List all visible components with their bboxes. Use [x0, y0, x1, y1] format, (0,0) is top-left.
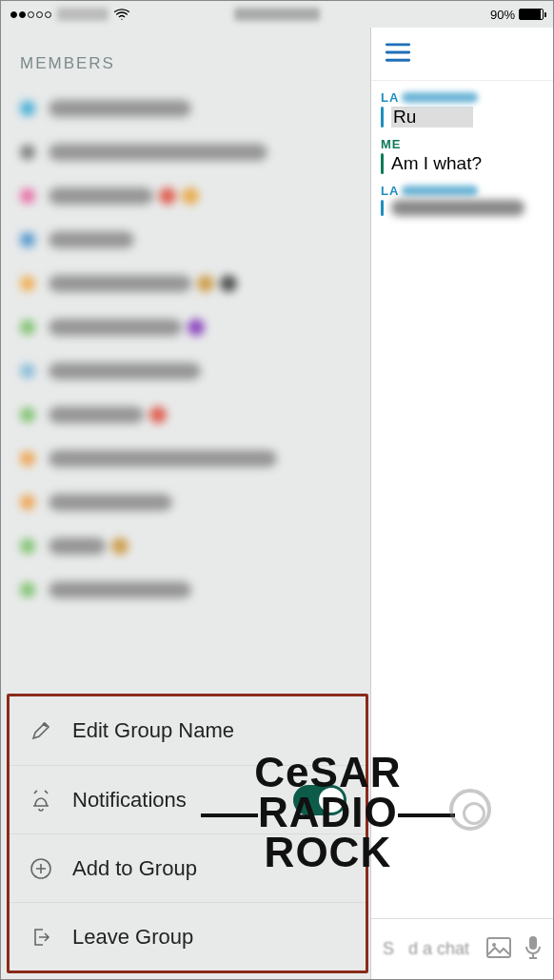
message: LA — [371, 180, 553, 222]
sender-label: LA — [381, 184, 544, 198]
leave-icon — [29, 925, 53, 950]
svg-rect-3 — [529, 936, 537, 950]
member-row[interactable] — [20, 174, 353, 218]
image-icon[interactable] — [486, 937, 511, 962]
carrier-label — [57, 8, 109, 21]
battery-icon — [519, 9, 544, 20]
message-text: Am I what? — [391, 153, 482, 174]
group-actions-outline: Edit Group Name Notifications Add to Gro… — [7, 694, 368, 973]
edit-group-name-button[interactable]: Edit Group Name — [10, 696, 366, 765]
member-row[interactable] — [20, 568, 353, 612]
members-list — [1, 87, 372, 612]
member-row[interactable] — [20, 305, 353, 349]
member-row[interactable] — [20, 437, 353, 480]
chat-messages[interactable]: LA Ru ME Am I what? LA — [371, 81, 553, 918]
chat-input-bar: S d a chat — [371, 918, 553, 979]
group-settings-panel: MEMBERS Edit Group Name Notifications — [1, 28, 372, 979]
mic-icon[interactable] — [524, 935, 542, 964]
leave-group-button[interactable]: Leave Group — [10, 902, 366, 970]
member-row[interactable] — [20, 262, 353, 305]
message: LA Ru — [371, 87, 553, 133]
member-row[interactable] — [20, 218, 353, 262]
action-label: Add to Group — [72, 856, 197, 881]
bell-icon — [29, 788, 53, 813]
member-row[interactable] — [20, 480, 353, 524]
wifi-icon — [114, 9, 129, 20]
action-label: Leave Group — [72, 925, 193, 950]
svg-point-2 — [492, 943, 496, 947]
notifications-row[interactable]: Notifications — [10, 765, 366, 833]
member-row[interactable] — [20, 87, 353, 130]
chat-input[interactable]: S d a chat — [383, 932, 473, 967]
signal-dots-icon — [10, 11, 51, 18]
plus-circle-icon — [29, 856, 53, 881]
status-left — [10, 8, 129, 21]
svg-rect-1 — [487, 938, 510, 957]
message-text: Ru — [391, 107, 473, 127]
message-text — [391, 200, 524, 216]
notifications-toggle[interactable] — [293, 785, 346, 815]
member-row[interactable] — [20, 393, 353, 437]
chat-header — [371, 28, 553, 81]
member-row[interactable] — [20, 524, 353, 568]
add-to-group-button[interactable]: Add to Group — [10, 833, 366, 902]
members-section-title: MEMBERS — [1, 28, 372, 87]
menu-icon[interactable] — [385, 42, 411, 67]
member-row[interactable] — [20, 130, 353, 174]
status-time — [234, 8, 320, 21]
sender-label: LA — [381, 90, 544, 105]
member-row[interactable] — [20, 349, 353, 393]
chat-panel: LA Ru ME Am I what? LA S d a chat — [370, 28, 553, 979]
status-bar: 90% — [1, 1, 553, 28]
action-label: Edit Group Name — [72, 718, 234, 743]
status-right: 90% — [490, 8, 544, 22]
battery-percent: 90% — [490, 8, 515, 22]
sender-label: ME — [381, 137, 544, 151]
message: ME Am I what? — [371, 133, 553, 180]
action-label: Notifications — [72, 788, 187, 813]
pencil-icon — [29, 718, 53, 743]
